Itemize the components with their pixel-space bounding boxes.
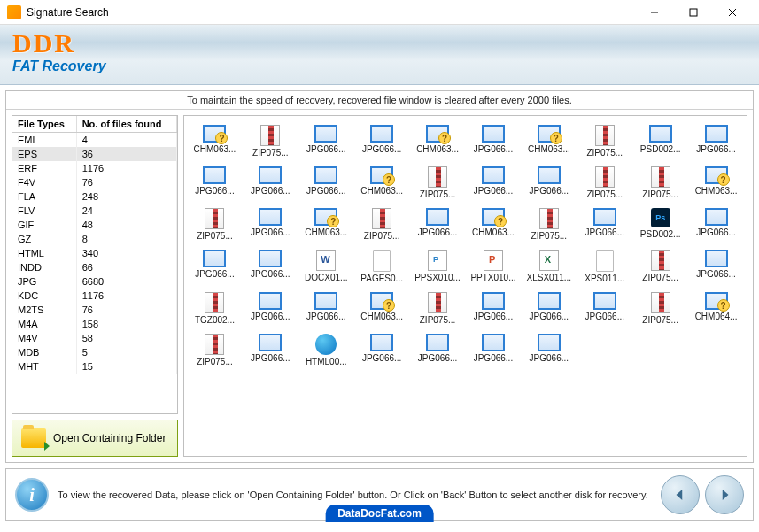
back-button[interactable] xyxy=(661,475,700,514)
table-row[interactable]: JPG6680 xyxy=(12,274,177,289)
file-item[interactable]: ZIP075... xyxy=(522,206,576,243)
file-item[interactable]: TGZ002... xyxy=(188,290,242,327)
file-item[interactable]: JPG066... xyxy=(689,206,743,243)
file-item[interactable]: JPG066... xyxy=(244,206,298,243)
file-name-label: JPG066... xyxy=(245,353,296,363)
file-name-label: HTML00... xyxy=(301,357,352,366)
file-item[interactable]: JPG066... xyxy=(299,290,353,327)
file-item[interactable]: JPG066... xyxy=(188,165,242,201)
file-name-label: JPG066... xyxy=(469,186,519,196)
file-item[interactable]: JPG066... xyxy=(299,165,353,201)
file-item[interactable]: JPG066... xyxy=(577,290,631,327)
table-row[interactable]: EPS36 xyxy=(12,147,177,161)
file-item[interactable]: JPG066... xyxy=(244,290,298,327)
file-name-label: ZIP075... xyxy=(190,357,240,366)
file-item[interactable]: ZIP075... xyxy=(577,123,631,159)
file-item[interactable]: JPG066... xyxy=(299,123,353,159)
table-row[interactable]: M4A158 xyxy=(12,317,177,331)
file-item[interactable]: JPG066... xyxy=(522,165,576,201)
file-item[interactable]: CHM063... xyxy=(689,165,743,201)
file-item[interactable]: JPG066... xyxy=(467,332,521,368)
file-item[interactable]: DOCX01... xyxy=(299,248,353,285)
file-item[interactable]: PPSX010... xyxy=(411,248,465,285)
file-item[interactable]: ZIP075... xyxy=(355,206,409,243)
file-item[interactable]: ZIP075... xyxy=(188,332,242,368)
file-item[interactable]: JPG066... xyxy=(522,332,576,368)
file-item[interactable]: JPG066... xyxy=(467,123,521,159)
file-item[interactable]: PsPSD002... xyxy=(633,206,687,243)
table-row[interactable]: MHT15 xyxy=(12,359,177,374)
recovered-files-grid[interactable]: CHM063...ZIP075...JPG066...JPG066...CHM0… xyxy=(184,116,747,456)
cell-count: 4 xyxy=(76,133,176,148)
file-item[interactable]: JPG066... xyxy=(689,248,743,285)
file-item[interactable]: CHM064... xyxy=(689,290,743,327)
open-containing-folder-button[interactable]: Open Containing Folder xyxy=(12,420,178,457)
table-row[interactable]: GZ8 xyxy=(12,232,177,246)
q-icon xyxy=(203,125,226,143)
table-row[interactable]: GIF48 xyxy=(12,218,177,232)
table-row[interactable]: MDB5 xyxy=(12,345,177,359)
file-item[interactable]: CHM063... xyxy=(299,206,353,243)
website-badge: DataDocFat.com xyxy=(325,505,434,522)
table-row[interactable]: HTML340 xyxy=(12,246,177,260)
close-button[interactable] xyxy=(713,0,752,25)
file-item[interactable]: JPG066... xyxy=(467,165,521,201)
file-item[interactable]: PAGES0... xyxy=(355,248,409,285)
file-name-label: PPTX010... xyxy=(469,273,519,282)
file-item[interactable]: JPG066... xyxy=(411,206,465,243)
file-item[interactable]: ZIP075... xyxy=(244,123,298,159)
file-item[interactable]: XLSX011... xyxy=(522,248,576,285)
file-item[interactable]: JPG066... xyxy=(411,332,465,368)
file-item[interactable]: CHM063... xyxy=(467,206,521,243)
maximize-button[interactable] xyxy=(674,0,713,25)
file-item[interactable]: XPS011... xyxy=(577,248,631,285)
table-row[interactable]: FLA248 xyxy=(12,189,177,204)
file-item[interactable]: JPG066... xyxy=(355,123,409,159)
table-row[interactable]: KDC1176 xyxy=(12,289,177,303)
file-item[interactable]: ZIP075... xyxy=(411,165,465,201)
file-item[interactable]: JPG066... xyxy=(577,206,631,243)
file-item[interactable]: JPG066... xyxy=(522,290,576,327)
table-row[interactable]: EML4 xyxy=(12,133,177,148)
zip-icon xyxy=(205,292,224,313)
file-types-table[interactable]: File Types No. of files found EML4EPS36E… xyxy=(12,116,177,413)
img-icon xyxy=(593,208,616,226)
cell-count: 24 xyxy=(76,204,176,218)
col-header-count[interactable]: No. of files found xyxy=(76,116,176,133)
file-name-label: ZIP075... xyxy=(413,189,463,199)
minimize-button[interactable] xyxy=(635,0,674,25)
col-header-type[interactable]: File Types xyxy=(12,116,76,133)
blank-icon xyxy=(373,250,391,272)
table-row[interactable]: F4V76 xyxy=(12,175,177,189)
file-item[interactable]: PPTX010... xyxy=(467,248,521,285)
table-row[interactable]: M2TS76 xyxy=(12,303,177,317)
table-row[interactable]: FLV24 xyxy=(12,204,177,218)
file-item[interactable]: CHM063... xyxy=(411,123,465,159)
file-item[interactable]: ZIP075... xyxy=(633,290,687,327)
file-item[interactable]: JPG066... xyxy=(244,165,298,201)
file-item[interactable]: CHM063... xyxy=(355,290,409,327)
file-item[interactable]: ZIP075... xyxy=(188,206,242,243)
file-item[interactable]: JPG066... xyxy=(244,248,298,285)
file-item[interactable]: JPG066... xyxy=(689,123,743,159)
file-name-label: ZIP075... xyxy=(413,315,463,325)
file-item[interactable]: JPG066... xyxy=(188,248,242,285)
table-row[interactable]: ERF1176 xyxy=(12,161,177,175)
zip-icon xyxy=(428,292,447,313)
file-item[interactable]: CHM063... xyxy=(188,123,242,159)
file-item[interactable]: ZIP075... xyxy=(577,165,631,201)
file-item[interactable]: ZIP075... xyxy=(411,290,465,327)
file-item[interactable]: ZIP075... xyxy=(633,165,687,201)
table-row[interactable]: M4V58 xyxy=(12,331,177,345)
file-item[interactable]: CHM063... xyxy=(355,165,409,201)
file-item[interactable]: JPG066... xyxy=(467,290,521,327)
file-item[interactable]: CHM063... xyxy=(522,123,576,159)
file-item[interactable]: HTML00... xyxy=(299,332,353,368)
next-button[interactable] xyxy=(705,475,744,514)
file-item[interactable]: ZIP075... xyxy=(633,248,687,285)
file-item[interactable]: PSD002... xyxy=(633,123,687,159)
table-row[interactable]: INDD66 xyxy=(12,260,177,274)
file-item[interactable]: JPG066... xyxy=(244,332,298,368)
cell-count: 58 xyxy=(76,331,176,345)
file-item[interactable]: JPG066... xyxy=(355,332,409,368)
